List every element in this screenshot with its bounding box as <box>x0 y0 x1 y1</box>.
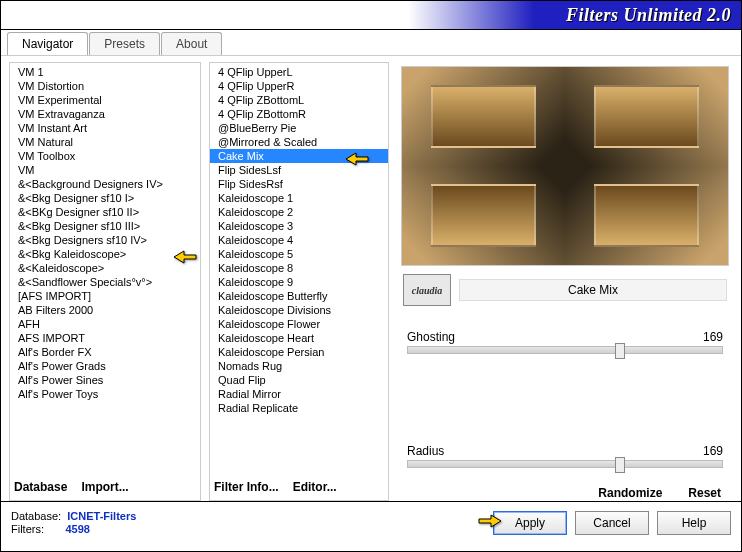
import-button[interactable]: Import... <box>81 480 128 494</box>
list-item[interactable]: &<Kaleidoscope> <box>10 261 200 275</box>
app-title: Filters Unlimited 2.0 <box>566 5 731 26</box>
list-item[interactable]: Kaleidoscope 8 <box>210 261 388 275</box>
preview-image <box>401 66 729 266</box>
footer-bar: Database: ICNET-Filters Filters: 4598 Ap… <box>1 501 741 543</box>
list-item[interactable]: AFH <box>10 317 200 331</box>
category-buttons: Database Import... <box>10 474 200 500</box>
footer-info: Database: ICNET-Filters Filters: 4598 <box>11 510 136 535</box>
list-item[interactable]: VM Distortion <box>10 79 200 93</box>
list-item[interactable]: Alf's Power Grads <box>10 359 200 373</box>
param-ghosting-row: Ghosting 169 <box>407 330 723 344</box>
ghosting-slider[interactable] <box>407 346 723 354</box>
list-item[interactable]: VM Natural <box>10 135 200 149</box>
footer-db-value: ICNET-Filters <box>67 510 136 522</box>
list-item[interactable]: Flip SidesRsf <box>210 177 388 191</box>
list-item[interactable]: @Mirrored & Scaled <box>210 135 388 149</box>
footer-filters-label: Filters: <box>11 523 44 535</box>
dialog-buttons: Apply Cancel Help <box>493 511 731 535</box>
footer-db-label: Database: <box>11 510 61 522</box>
tab-presets[interactable]: Presets <box>89 32 160 55</box>
list-item[interactable]: &<Bkg Designer sf10 III> <box>10 219 200 233</box>
list-item[interactable]: 4 QFlip UpperL <box>210 65 388 79</box>
list-item[interactable]: Kaleidoscope 4 <box>210 233 388 247</box>
category-list[interactable]: VM 1VM DistortionVM ExperimentalVM Extra… <box>10 63 200 474</box>
main-panel: VM 1VM DistortionVM ExperimentalVM Extra… <box>1 55 741 501</box>
radius-slider[interactable] <box>407 460 723 468</box>
param-ghosting-label: Ghosting <box>407 330 455 344</box>
list-item[interactable]: Quad Flip <box>210 373 388 387</box>
list-item[interactable]: VM Extravaganza <box>10 107 200 121</box>
list-item[interactable]: Alf's Border FX <box>10 345 200 359</box>
list-item[interactable]: &<Background Designers IV> <box>10 177 200 191</box>
list-item[interactable]: 4 QFlip ZBottomL <box>210 93 388 107</box>
filter-buttons: Filter Info... Editor... <box>210 474 388 500</box>
list-item[interactable]: &<Sandflower Specials°v°> <box>10 275 200 289</box>
watermark-badge: claudia <box>403 274 451 306</box>
filter-list[interactable]: 4 QFlip UpperL4 QFlip UpperR4 QFlip ZBot… <box>210 63 388 474</box>
parameters-panel: Ghosting 169 Radius 169 <box>397 314 733 472</box>
reset-button[interactable]: Reset <box>688 486 721 500</box>
param-radius-label: Radius <box>407 444 444 458</box>
list-item[interactable]: 4 QFlip UpperR <box>210 79 388 93</box>
param-ghosting-value: 169 <box>703 330 723 344</box>
list-item[interactable]: Nomads Rug <box>210 359 388 373</box>
list-item[interactable]: Kaleidoscope Butterfly <box>210 289 388 303</box>
list-item[interactable]: VM <box>10 163 200 177</box>
list-item[interactable]: &<Bkg Designer sf10 I> <box>10 191 200 205</box>
list-item[interactable]: Radial Replicate <box>210 401 388 415</box>
list-item[interactable]: Radial Mirror <box>210 387 388 401</box>
database-button[interactable]: Database <box>14 480 67 494</box>
cancel-button[interactable]: Cancel <box>575 511 649 535</box>
list-item[interactable]: Kaleidoscope 5 <box>210 247 388 261</box>
list-item[interactable]: Kaleidoscope Persian <box>210 345 388 359</box>
list-item[interactable]: [AFS IMPORT] <box>10 289 200 303</box>
preview-column: claudia Cake Mix Ghosting 169 Radius 169… <box>397 62 733 501</box>
list-item[interactable]: Flip SidesLsf <box>210 163 388 177</box>
tab-navigator[interactable]: Navigator <box>7 32 88 55</box>
param-radius-row: Radius 169 <box>407 444 723 458</box>
category-column: VM 1VM DistortionVM ExperimentalVM Extra… <box>9 62 201 501</box>
list-item[interactable]: Kaleidoscope Heart <box>210 331 388 345</box>
tab-strip: Navigator Presets About <box>1 30 741 55</box>
footer-filters-value: 4598 <box>65 523 89 535</box>
list-item[interactable]: Kaleidoscope 3 <box>210 219 388 233</box>
list-item[interactable]: Alf's Power Sines <box>10 373 200 387</box>
apply-button[interactable]: Apply <box>493 511 567 535</box>
list-item[interactable]: AB Filters 2000 <box>10 303 200 317</box>
list-item[interactable]: Kaleidoscope 1 <box>210 191 388 205</box>
list-item[interactable]: @BlueBerry Pie <box>210 121 388 135</box>
list-item[interactable]: VM 1 <box>10 65 200 79</box>
filter-name-row: claudia Cake Mix <box>397 272 733 314</box>
help-button[interactable]: Help <box>657 511 731 535</box>
title-bar: Filters Unlimited 2.0 <box>1 1 741 31</box>
list-item[interactable]: AFS IMPORT <box>10 331 200 345</box>
list-item[interactable]: &<Bkg Designers sf10 IV> <box>10 233 200 247</box>
filter-info-button[interactable]: Filter Info... <box>214 480 279 494</box>
list-item[interactable]: Alf's Power Toys <box>10 387 200 401</box>
current-filter-label: Cake Mix <box>459 279 727 301</box>
list-item[interactable]: &<Bkg Kaleidoscope> <box>10 247 200 261</box>
randomize-reset-row: Randomize Reset <box>397 472 733 500</box>
list-item[interactable]: VM Experimental <box>10 93 200 107</box>
list-item[interactable]: VM Instant Art <box>10 121 200 135</box>
editor-button[interactable]: Editor... <box>293 480 337 494</box>
list-item[interactable]: 4 QFlip ZBottomR <box>210 107 388 121</box>
list-item[interactable]: Kaleidoscope Flower <box>210 317 388 331</box>
list-item[interactable]: &<BKg Designer sf10 II> <box>10 205 200 219</box>
param-radius-value: 169 <box>703 444 723 458</box>
list-item[interactable]: VM Toolbox <box>10 149 200 163</box>
filter-column: 4 QFlip UpperL4 QFlip UpperR4 QFlip ZBot… <box>209 62 389 501</box>
list-item[interactable]: Cake Mix <box>210 149 388 163</box>
list-item[interactable]: Kaleidoscope 9 <box>210 275 388 289</box>
randomize-button[interactable]: Randomize <box>598 486 662 500</box>
list-item[interactable]: Kaleidoscope 2 <box>210 205 388 219</box>
list-item[interactable]: Kaleidoscope Divisions <box>210 303 388 317</box>
tab-about[interactable]: About <box>161 32 222 55</box>
